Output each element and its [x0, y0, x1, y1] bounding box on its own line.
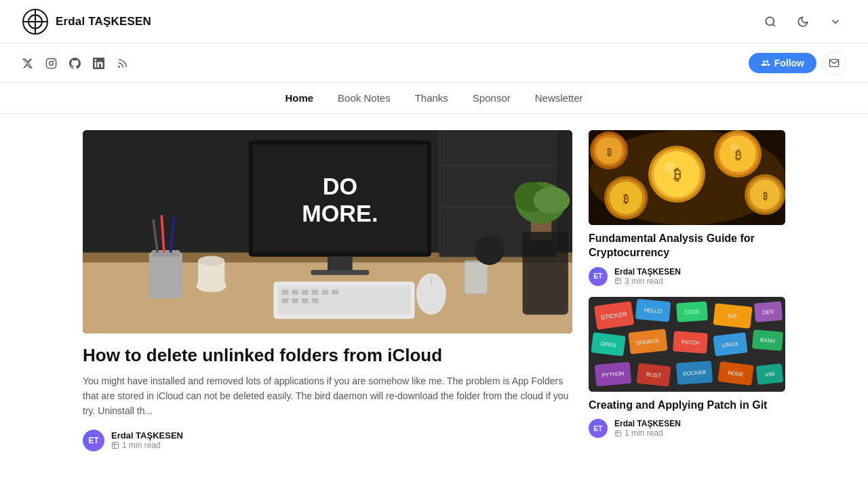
sidebar-article-2-title[interactable]: Creating and Applying Patch in Git — [589, 399, 785, 413]
site-logo — [22, 8, 49, 35]
header: Erdal TAŞKESEN — [0, 0, 868, 44]
svg-point-78 — [665, 162, 675, 173]
follow-button[interactable]: Follow — [749, 53, 816, 73]
svg-point-79 — [730, 144, 738, 152]
follow-label: Follow — [774, 58, 804, 68]
github-icon[interactable] — [69, 58, 81, 69]
svg-point-9 — [119, 66, 119, 66]
featured-author-info: Erdal TAŞKESEN 1 min read — [111, 430, 183, 450]
featured-author-avatar: ET — [83, 430, 104, 451]
clock-icon-1 — [614, 277, 622, 285]
message-icon — [829, 58, 840, 68]
svg-rect-80 — [615, 278, 620, 283]
sidebar-article-1-author-row: ET Erdal TAŞKESEN 3 min read — [589, 267, 785, 286]
svg-rect-35 — [152, 250, 180, 257]
sidebar-2-author-avatar: ET — [589, 419, 608, 438]
rss-icon[interactable] — [117, 58, 128, 69]
svg-point-41 — [198, 256, 224, 266]
svg-rect-26 — [321, 290, 328, 295]
svg-point-52 — [475, 235, 505, 265]
social-icons-group — [22, 58, 128, 69]
svg-rect-50 — [523, 232, 568, 314]
svg-point-8 — [54, 60, 54, 61]
instagram-icon[interactable] — [45, 58, 57, 69]
featured-article: DO MORE. — [83, 130, 572, 451]
site-title: Erdal TAŞKESEN — [56, 15, 151, 28]
svg-rect-42 — [465, 261, 488, 294]
sidebar-1-author-name: Erdal TAŞKESEN — [614, 267, 681, 277]
svg-rect-53 — [113, 443, 119, 449]
sidebar-2-author-info: Erdal TAŞKESEN 1 min read — [614, 419, 681, 438]
svg-point-49 — [533, 187, 570, 214]
featured-author-name: Erdal TAŞKESEN — [111, 430, 183, 441]
nav-home[interactable]: Home — [285, 92, 313, 104]
svg-text:DO: DO — [323, 174, 357, 199]
svg-rect-22 — [282, 290, 289, 295]
svg-point-4 — [766, 17, 774, 25]
svg-rect-31 — [312, 298, 319, 303]
featured-article-title[interactable]: How to delete unlinked folders from iClo… — [83, 344, 572, 367]
sidebar-article-1-image[interactable]: ₿ ₿ ₿ ₿ — [589, 130, 785, 225]
header-actions — [760, 11, 846, 33]
svg-text:PATCH: PATCH — [682, 339, 700, 346]
svg-rect-28 — [282, 298, 289, 303]
sidebar-article-2-image[interactable]: STICKER HELLO CODE GIT DEV OPEN — [589, 297, 785, 392]
featured-read-time: 1 min read — [111, 441, 183, 450]
twitter-icon[interactable] — [22, 58, 33, 69]
sidebar-1-read-time: 3 min read — [614, 277, 681, 286]
svg-line-5 — [772, 24, 774, 26]
sidebar: ₿ ₿ ₿ ₿ — [589, 130, 785, 451]
svg-text:₿: ₿ — [763, 190, 768, 201]
svg-text:GIT: GIT — [728, 312, 737, 319]
svg-rect-24 — [302, 290, 309, 295]
svg-text:CODE: CODE — [684, 308, 700, 316]
nav-book-notes[interactable]: Book Notes — [338, 92, 391, 104]
svg-text:VIM: VIM — [765, 371, 775, 378]
sidebar-2-read-time: 1 min read — [614, 428, 681, 438]
featured-article-author-row: ET Erdal TAŞKESEN 1 min read — [83, 430, 572, 451]
action-buttons: Follow — [749, 51, 846, 75]
svg-point-7 — [50, 61, 54, 65]
search-icon — [764, 16, 776, 28]
svg-rect-18 — [328, 257, 353, 272]
search-button[interactable] — [760, 11, 781, 33]
nav-sponsor[interactable]: Sponsor — [473, 92, 511, 104]
svg-text:DEV: DEV — [762, 308, 774, 315]
svg-text:₿: ₿ — [623, 193, 629, 205]
nav-thanks[interactable]: Thanks — [415, 92, 448, 104]
svg-rect-114 — [615, 430, 620, 436]
featured-article-excerpt: You might have installed and removed lot… — [83, 373, 572, 419]
svg-rect-34 — [149, 253, 182, 298]
main-content: DO MORE. — [61, 130, 807, 451]
moon-icon — [797, 16, 809, 28]
svg-text:MORE.: MORE. — [302, 201, 378, 226]
featured-article-image[interactable]: DO MORE. — [83, 130, 572, 333]
sidebar-1-author-avatar: ET — [589, 267, 608, 286]
nav-newsletter[interactable]: Newsletter — [535, 92, 583, 104]
chevron-down-icon — [829, 16, 842, 28]
svg-rect-25 — [312, 290, 319, 295]
clock-icon-2 — [614, 430, 622, 437]
svg-rect-29 — [292, 298, 298, 303]
main-nav: Home Book Notes Thanks Sponsor Newslette… — [0, 83, 868, 114]
sidebar-article-1-title[interactable]: Fundamental Analysis Guide for Cryptocur… — [589, 232, 785, 260]
social-bar: Follow — [0, 44, 868, 83]
svg-text:BASH: BASH — [760, 337, 776, 344]
message-button[interactable] — [822, 51, 846, 75]
follow-icon — [761, 58, 770, 68]
sidebar-2-author-name: Erdal TAŞKESEN — [614, 419, 681, 428]
sidebar-article-2-author-row: ET Erdal TAŞKESEN 1 min read — [589, 419, 785, 438]
sidebar-article-2: STICKER HELLO CODE GIT DEV OPEN — [589, 297, 785, 439]
sidebar-1-author-info: Erdal TAŞKESEN 3 min read — [614, 267, 681, 286]
svg-rect-19 — [311, 270, 370, 274]
more-button[interactable] — [825, 11, 846, 33]
svg-text:₿: ₿ — [607, 146, 612, 157]
svg-rect-27 — [332, 290, 338, 295]
darkmode-button[interactable] — [792, 11, 814, 33]
sidebar-article-1: ₿ ₿ ₿ ₿ — [589, 130, 785, 286]
svg-rect-30 — [302, 298, 309, 303]
svg-rect-23 — [292, 290, 298, 295]
header-logo-area: Erdal TAŞKESEN — [22, 8, 151, 35]
clock-icon — [111, 441, 119, 449]
linkedin-icon[interactable] — [93, 58, 104, 69]
